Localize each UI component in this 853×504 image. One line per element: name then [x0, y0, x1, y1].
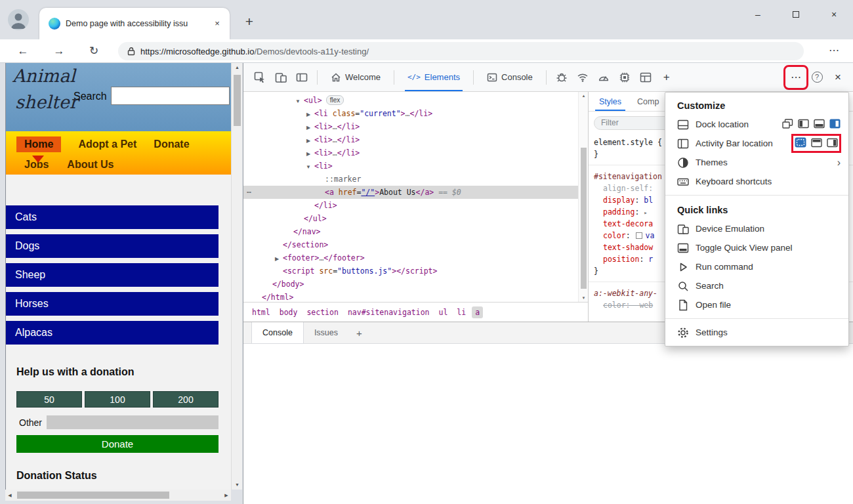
dock-bottom-icon[interactable] — [814, 119, 825, 131]
animal-button-dogs[interactable]: Dogs — [6, 234, 218, 258]
menu-item-open-file[interactable]: Open file — [665, 295, 848, 314]
page-vertical-scrollbar[interactable]: ▲ ▼ — [231, 63, 242, 490]
maximize-button[interactable] — [777, 0, 815, 29]
animal-button-horses[interactable]: Horses — [6, 292, 218, 316]
breadcrumb-item-nav-sitenavigation[interactable]: nav#sitenavigation — [344, 306, 433, 318]
issues-bug-icon[interactable] — [552, 68, 572, 87]
page-horizontal-scrollbar[interactable]: ◀ ▶ — [5, 490, 231, 501]
breadcrumb-item-a[interactable]: a — [472, 306, 483, 318]
scroll-right-icon[interactable]: ▶ — [222, 490, 231, 501]
devtools-close-icon[interactable]: × — [828, 68, 848, 87]
forward-button[interactable]: → — [49, 41, 69, 61]
drawer-tab-issues[interactable]: Issues — [304, 322, 348, 343]
tab-console[interactable]: Console — [479, 63, 541, 91]
menu-item-quick-view[interactable]: Toggle Quick View panel — [665, 238, 848, 257]
breadcrumb-item-html[interactable]: html — [249, 306, 274, 318]
network-conditions-icon[interactable] — [573, 68, 593, 87]
dock-left-icon[interactable] — [798, 119, 809, 131]
browser-tab[interactable]: Demo page with accessibility issu × — [39, 8, 230, 39]
breadcrumb-item-section[interactable]: section — [303, 306, 341, 318]
dom-tree-row[interactable]: ▶<li>…</li> — [243, 133, 588, 146]
menu-item-run-command[interactable]: Run command — [665, 257, 848, 276]
animal-button-sheep[interactable]: Sheep — [6, 263, 218, 287]
activity-selected-icon[interactable] — [795, 137, 806, 150]
expand-icon[interactable]: ▶ — [304, 135, 313, 148]
dom-tree-row[interactable]: ▶<li>…</li> — [243, 146, 588, 159]
dom-tree-row[interactable]: ▶<footer>…</footer> — [243, 251, 588, 264]
activity-top-icon[interactable] — [811, 138, 822, 150]
layout-icon[interactable] — [636, 68, 655, 87]
undock-icon[interactable] — [782, 119, 793, 131]
dom-tree-row[interactable]: </nav> — [243, 225, 588, 238]
memory-icon[interactable] — [615, 68, 635, 87]
dom-tree-row[interactable]: ▼<ul>flex — [243, 94, 588, 107]
other-amount-input[interactable] — [47, 415, 218, 429]
dom-tree-row[interactable]: </body> — [243, 278, 588, 291]
scroll-up-icon[interactable]: ▲ — [232, 63, 243, 72]
amount-button-200[interactable]: 200 — [153, 391, 218, 408]
menu-item-search[interactable]: Search — [665, 276, 848, 295]
customize-devtools-icon[interactable]: ⋯ — [786, 68, 806, 87]
tab-close-icon[interactable]: × — [211, 18, 223, 30]
expand-icon[interactable]: ▶ — [304, 148, 313, 161]
nav-link-about-us[interactable]: About Us — [67, 159, 114, 171]
dom-tree-row[interactable]: <script src="buttons.js"></script> — [243, 264, 588, 278]
vertical-scroll-thumb[interactable] — [234, 75, 241, 126]
back-button[interactable]: ← — [13, 41, 33, 61]
dom-tree-row[interactable]: </html> — [243, 291, 588, 302]
menu-item-dock-location[interactable]: Dock location — [665, 115, 848, 134]
tab-elements[interactable]: </> Elements — [400, 63, 468, 91]
scroll-left-icon[interactable]: ◀ — [5, 490, 14, 501]
minimize-button[interactable]: – — [739, 0, 777, 29]
help-icon[interactable]: ? — [807, 68, 827, 87]
dom-tree-row[interactable]: ▶<li class="current">…</li> — [243, 107, 588, 120]
horizontal-scroll-thumb[interactable] — [17, 492, 169, 499]
amount-button-100[interactable]: 100 — [85, 391, 150, 408]
amount-button-50[interactable]: 50 — [16, 391, 82, 408]
dom-tree-row[interactable]: ⋯<a href="/">About Us</a> == $0 — [243, 186, 588, 199]
address-bar[interactable]: https://microsoftedge.github.io/Demos/de… — [118, 42, 804, 60]
elements-scrollbar[interactable]: ▲ ▼ — [578, 92, 588, 302]
dom-tree-row[interactable]: ::marker — [243, 173, 588, 186]
animal-button-alpacas[interactable]: Alpacas — [6, 321, 218, 345]
dom-tree-row[interactable]: </ul> — [243, 212, 588, 225]
activity-right-icon[interactable] — [827, 138, 838, 150]
animal-button-cats[interactable]: Cats — [6, 205, 218, 229]
new-tab-button[interactable]: + — [240, 13, 259, 32]
tab-styles[interactable]: Styles — [591, 92, 629, 111]
drawer-tab-console[interactable]: Console — [251, 322, 304, 343]
breadcrumb-item-ul[interactable]: ul — [436, 306, 451, 318]
dock-right-icon-selected[interactable] — [829, 119, 841, 131]
scroll-down-icon[interactable]: ▼ — [232, 480, 243, 490]
donate-button[interactable]: Donate — [16, 435, 218, 453]
scroll-down-icon[interactable]: ▼ — [579, 294, 589, 302]
elements-scroll-thumb[interactable] — [581, 148, 587, 289]
menu-item-device-emulation[interactable]: Device Emulation — [665, 219, 848, 238]
device-toolbar-icon[interactable] — [271, 68, 291, 87]
breadcrumb-item-li[interactable]: li — [453, 306, 469, 318]
dom-tree-row[interactable]: </li> — [243, 199, 588, 212]
scroll-up-icon[interactable]: ▲ — [579, 92, 589, 100]
collapse-icon[interactable]: ▼ — [304, 161, 313, 174]
dom-tree-row[interactable]: ▼<li> — [243, 159, 588, 173]
dom-tree-row[interactable]: </section> — [243, 238, 588, 251]
nav-link-adopt-a-pet[interactable]: Adopt a Pet — [78, 138, 136, 150]
window-close-button[interactable]: × — [815, 0, 853, 29]
menu-item-settings[interactable]: Settings — [665, 323, 848, 342]
expand-icon[interactable]: ▶ — [272, 253, 281, 266]
tab-computed[interactable]: Comp — [629, 92, 667, 111]
more-tabs-icon[interactable]: + — [657, 68, 676, 87]
nav-link-donate[interactable]: Donate — [154, 138, 189, 150]
menu-item-keyboard-shortcuts[interactable]: Keyboard shortcuts — [665, 172, 848, 191]
search-input[interactable] — [111, 87, 230, 105]
menu-item-themes[interactable]: Themes › — [665, 153, 848, 172]
tab-welcome[interactable]: Welcome — [323, 63, 388, 91]
collapse-icon[interactable]: ▼ — [293, 95, 302, 108]
expand-icon[interactable]: ▶ — [304, 121, 313, 135]
performance-icon[interactable] — [594, 68, 614, 87]
dom-tree-row[interactable]: ▶<li>…</li> — [243, 120, 588, 133]
breadcrumb-item-body[interactable]: body — [276, 306, 301, 318]
nav-link-home[interactable]: Home — [16, 136, 61, 152]
refresh-button[interactable]: ↻ — [84, 41, 104, 61]
inspect-icon[interactable] — [250, 68, 270, 87]
